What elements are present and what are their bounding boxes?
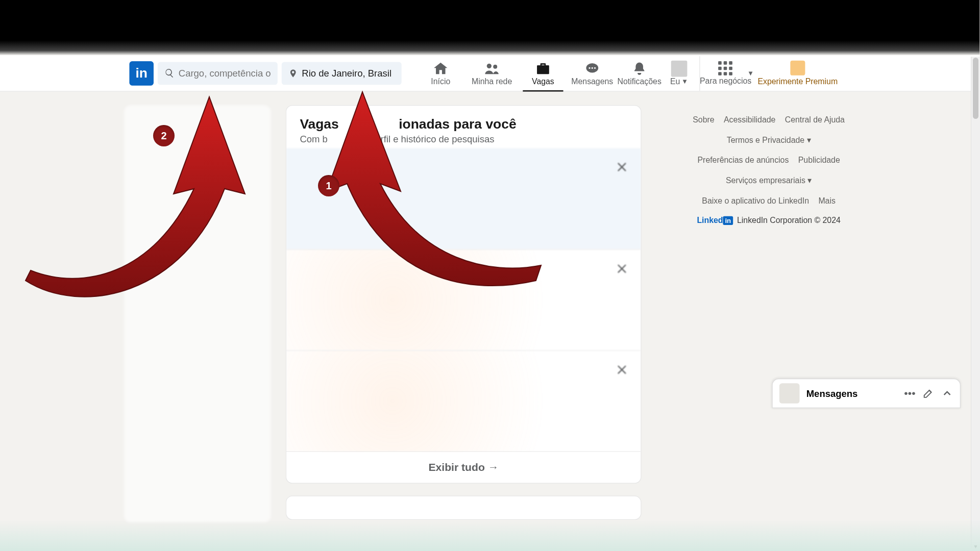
scrollbar-down-icon[interactable]: ▼ — [971, 542, 980, 551]
footer-link-advertising[interactable]: Publicidade — [798, 152, 840, 168]
card-title: Vagasxxxxxxxxionadas para você — [300, 116, 627, 132]
avatar-icon — [779, 383, 800, 404]
close-icon — [616, 161, 628, 173]
nav-me[interactable]: Eu ▼ — [663, 56, 695, 91]
home-icon — [432, 60, 449, 77]
show-all-button[interactable]: Exibir tudo → — [286, 451, 641, 483]
nav-label: Mensagens — [571, 77, 613, 86]
search-icon — [164, 68, 175, 78]
global-nav: in Início Minha rede Vagas Mensagens Not… — [0, 55, 979, 91]
scrollbar[interactable]: ▼ — [971, 57, 980, 551]
more-icon[interactable]: ••• — [904, 387, 915, 399]
svg-point-0 — [487, 63, 492, 68]
nav-label: Experimente Premium — [757, 77, 838, 86]
nav-label: Eu ▼ — [670, 77, 688, 86]
card-subtitle: Com bxxxxxxxxxperfil e histórico de pesq… — [300, 133, 627, 144]
svg-point-1 — [493, 64, 497, 68]
chevron-down-icon: ▼ — [681, 78, 688, 85]
chevron-down-icon: ▾ — [807, 176, 812, 185]
main-column: Vagasxxxxxxxxionadas para você Com bxxxx… — [286, 105, 642, 520]
close-icon — [616, 364, 628, 376]
linkedin-logo[interactable]: in — [129, 61, 154, 85]
nav-messaging[interactable]: Mensagens — [569, 56, 616, 91]
location-pin-icon — [288, 68, 298, 79]
nav-items: Início Minha rede Vagas Mensagens Notifi… — [415, 56, 841, 91]
page-body: Vagasxxxxxxxxionadas para você Com bxxxx… — [0, 92, 979, 523]
footer-link-privacy[interactable]: Termos e Privacidade ▾ — [727, 132, 811, 148]
footer-column: Sobre Acessibilidade Central de Ajuda Te… — [656, 105, 859, 225]
nav-notifications[interactable]: Notificações — [616, 56, 663, 91]
svg-point-3 — [589, 67, 590, 68]
search-input[interactable] — [179, 68, 271, 79]
nav-label: Minha rede — [472, 77, 512, 86]
job-row[interactable] — [286, 350, 641, 451]
bell-icon — [632, 60, 647, 77]
jobs-card: Vagasxxxxxxxxionadas para você Com bxxxx… — [286, 105, 642, 484]
people-icon — [484, 60, 500, 77]
nav-jobs[interactable]: Vagas — [518, 56, 569, 91]
search-jobs-box[interactable] — [158, 62, 278, 85]
messaging-dock-title: Mensagens — [806, 388, 897, 398]
dismiss-button[interactable] — [612, 158, 631, 177]
chat-icon — [584, 60, 600, 77]
messaging-dock[interactable]: Mensagens ••• — [772, 379, 961, 408]
footer-link-getapp[interactable]: Baixe o aplicativo do LinkedIn — [702, 193, 809, 209]
decorative-glow — [0, 520, 980, 551]
dismiss-button[interactable] — [612, 259, 631, 278]
svg-point-5 — [594, 67, 596, 68]
nav-network[interactable]: Minha rede — [466, 56, 517, 91]
premium-icon — [790, 60, 805, 75]
footer-link-bizservices[interactable]: Serviços empresariais ▾ — [726, 172, 812, 189]
grid-icon — [718, 61, 733, 76]
footer-brand: Linkedin LinkedIn Corporation © 2024 — [686, 215, 852, 224]
nav-label: Notificações — [618, 77, 662, 86]
avatar-icon — [671, 60, 688, 77]
nav-label: Para negócios — [700, 77, 751, 85]
nav-label: Vagas — [532, 77, 554, 86]
nav-premium[interactable]: Experimente Premium — [754, 56, 842, 91]
footer-link-help[interactable]: Central de Ajuda — [785, 112, 845, 128]
close-icon — [616, 263, 628, 275]
footer-link-more[interactable]: Mais — [818, 193, 835, 209]
next-card — [286, 496, 642, 520]
chevron-up-icon[interactable] — [941, 387, 953, 399]
svg-point-4 — [592, 67, 593, 68]
job-row[interactable] — [286, 249, 641, 350]
footer-links: Sobre Acessibilidade Central de Ajuda Te… — [686, 112, 852, 209]
job-list — [286, 148, 641, 451]
chevron-down-icon: ▾ — [807, 135, 811, 144]
left-sidebar — [124, 105, 271, 522]
search-location-box[interactable] — [282, 62, 402, 85]
footer-link-adprefs[interactable]: Preferências de anúncios — [698, 152, 789, 168]
nav-business[interactable]: Para negócios — [704, 56, 747, 91]
nav-home[interactable]: Início — [415, 56, 466, 91]
footer-link-about[interactable]: Sobre — [693, 112, 714, 128]
briefcase-icon — [535, 60, 551, 77]
job-row[interactable] — [286, 148, 641, 249]
compose-icon[interactable] — [922, 387, 935, 399]
scrollbar-thumb[interactable] — [973, 58, 978, 119]
location-input[interactable] — [302, 68, 395, 79]
browser-chrome-blackbar — [0, 0, 979, 55]
footer-copyright: LinkedIn Corporation © 2024 — [737, 215, 841, 224]
footer-link-accessibility[interactable]: Acessibilidade — [724, 112, 775, 128]
nav-label: Início — [431, 77, 450, 86]
dismiss-button[interactable] — [612, 360, 631, 379]
